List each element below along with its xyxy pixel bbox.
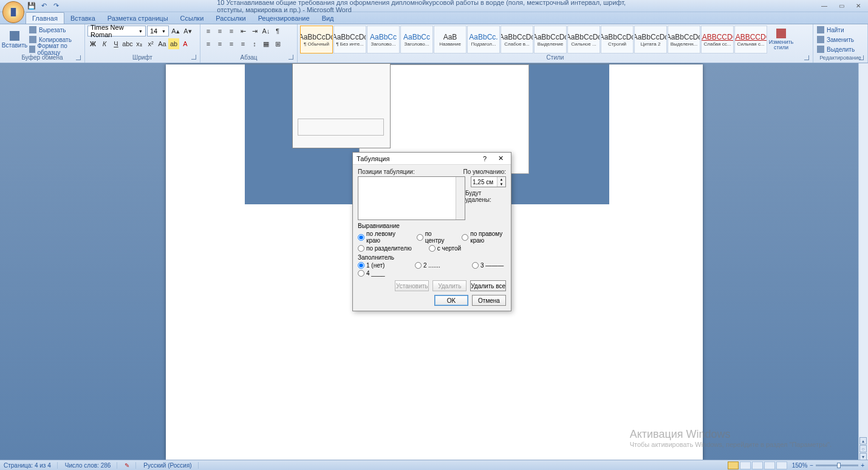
tab-positions-list[interactable] — [358, 176, 465, 220]
page-status[interactable]: Страница: 4 из 4 — [4, 462, 58, 469]
strike-button[interactable]: abc — [122, 38, 133, 49]
find-button[interactable]: Найти — [816, 26, 856, 34]
format-painter-button[interactable]: Формат по образцу — [28, 45, 82, 54]
tab-layout[interactable]: Разметка страницы — [101, 13, 174, 24]
indent-inc-button[interactable]: ⇥ — [249, 26, 260, 36]
office-button[interactable] — [2, 1, 24, 23]
change-styles-button[interactable]: Изменить стили — [769, 26, 793, 54]
paste-button[interactable]: Вставить — [2, 26, 27, 54]
save-icon[interactable]: 💾 — [27, 1, 36, 11]
zoom-in-button[interactable]: + — [861, 462, 864, 469]
indent-dec-button[interactable]: ⇤ — [238, 26, 248, 36]
style-item[interactable]: AaBbCcЗаголово... — [367, 26, 400, 54]
font-color-button[interactable]: A — [180, 38, 191, 49]
leader-dash-radio[interactable]: 3 ——— — [472, 262, 504, 269]
tab-home[interactable]: Главная — [26, 12, 64, 24]
style-item[interactable]: AaBbCcDcВыделенн... — [668, 26, 700, 54]
delete-all-button[interactable]: Удалить все — [470, 280, 506, 291]
grow-font-button[interactable]: A▴ — [170, 26, 181, 36]
align-left-radio[interactable]: по левому краю — [358, 230, 400, 244]
language-status[interactable]: Русский (Россия) — [143, 462, 198, 469]
select-button[interactable]: Выделить — [816, 45, 856, 54]
multilevel-button[interactable]: ≡ — [226, 26, 237, 36]
tab-review[interactable]: Рецензирование — [252, 13, 316, 24]
superscript-button[interactable]: x² — [145, 38, 156, 49]
print-layout-view[interactable] — [728, 461, 739, 469]
draft-view[interactable] — [776, 461, 787, 469]
web-layout-view[interactable] — [752, 461, 763, 469]
show-marks-button[interactable]: ¶ — [272, 26, 283, 36]
numbering-button[interactable]: ≡ — [214, 26, 225, 36]
cancel-button[interactable]: Отмена — [472, 295, 506, 306]
default-tab-input[interactable] — [471, 177, 497, 187]
outline-view[interactable] — [764, 461, 775, 469]
spin-down-button[interactable]: ▼ — [497, 182, 505, 187]
vertical-scrollbar[interactable]: ▴ ○ ▾ — [858, 63, 868, 461]
zoom-value[interactable]: 150% — [792, 462, 808, 469]
align-justify-button[interactable]: ≡ — [238, 38, 248, 49]
prev-page-button[interactable]: ▴ — [859, 437, 867, 444]
align-right-button[interactable]: ≡ — [226, 38, 237, 49]
dialog-help-button[interactable]: ? — [478, 154, 491, 164]
align-center-button[interactable]: ≡ — [214, 38, 225, 49]
change-case-button[interactable]: Aa — [157, 38, 168, 49]
style-item[interactable]: AaBbCcDc¶ Обычный — [300, 26, 333, 54]
leader-dots-radio[interactable]: 2 ....... — [415, 262, 457, 269]
shrink-font-button[interactable]: A▾ — [182, 26, 193, 36]
align-bar-radio[interactable]: с чертой — [429, 245, 462, 252]
word-count[interactable]: Число слов: 286 — [65, 462, 118, 469]
style-item[interactable]: AaBbCc.Подзагол... — [467, 26, 500, 54]
leader-underline-radio[interactable]: 4 ____ — [358, 270, 385, 277]
tab-mailings[interactable]: Рассылки — [210, 13, 251, 24]
maximize-button[interactable]: ▭ — [833, 0, 850, 11]
style-item[interactable]: AaBbCcDcЦитата 2 — [634, 26, 667, 54]
style-gallery[interactable]: AaBbCcDc¶ ОбычныйAaBbCcDc¶ Без инте...Aa… — [300, 26, 768, 54]
bold-button[interactable]: Ж — [87, 38, 98, 49]
default-tab-spinner[interactable]: ▲▼ — [471, 176, 506, 187]
set-tab-button[interactable]: Установить — [395, 280, 429, 291]
underline-button[interactable]: Ч — [111, 38, 121, 49]
ok-button[interactable]: OK — [434, 295, 468, 306]
style-item[interactable]: AaBbCcЗаголово... — [400, 26, 433, 54]
font-size-combo[interactable]: 14▼ — [147, 26, 169, 36]
style-item[interactable]: AABBCCDCСильная с... — [734, 26, 767, 54]
cut-button[interactable]: Вырезать — [28, 26, 82, 34]
style-item[interactable]: AaBbCcDcСильное ... — [567, 26, 600, 54]
borders-button[interactable]: ⊞ — [272, 38, 283, 49]
style-item[interactable]: AaBНазвание — [434, 26, 466, 54]
tab-insert[interactable]: Вставка — [64, 13, 101, 24]
redo-icon[interactable]: ↷ — [51, 1, 61, 11]
subscript-button[interactable]: x₂ — [134, 38, 145, 49]
align-left-button[interactable]: ≡ — [203, 38, 214, 49]
style-item[interactable]: AaBbCcDc¶ Без инте... — [333, 26, 366, 54]
minimize-button[interactable]: — — [816, 0, 833, 11]
spin-up-button[interactable]: ▲ — [497, 177, 505, 182]
style-item[interactable]: AABBCCDCСлабая сс... — [701, 26, 734, 54]
leader-none-radio[interactable]: 1 (нет) — [358, 262, 400, 269]
align-decimal-radio[interactable]: по разделителю — [358, 245, 412, 252]
tab-references[interactable]: Ссылки — [174, 13, 210, 24]
zoom-out-button[interactable]: − — [810, 462, 813, 469]
shading-button[interactable]: ▦ — [261, 38, 272, 49]
style-item[interactable]: AaBbCcDcСтрогий — [601, 26, 634, 54]
align-right-radio[interactable]: по правому краю — [462, 230, 506, 244]
sort-button[interactable]: A↓ — [261, 26, 272, 36]
align-center-radio[interactable]: по центру — [417, 230, 445, 244]
style-item[interactable]: AaBbCcDcСлабое в... — [501, 26, 533, 54]
delete-tab-button[interactable]: Удалить — [432, 280, 466, 291]
italic-button[interactable]: К — [99, 38, 110, 49]
tab-view[interactable]: Вид — [316, 13, 340, 24]
highlight-button[interactable]: ab — [168, 38, 179, 49]
bullets-button[interactable]: ≡ — [203, 26, 214, 36]
replace-button[interactable]: Заменить — [816, 35, 856, 44]
font-name-combo[interactable]: Times New Roman▼ — [87, 26, 146, 36]
line-spacing-button[interactable]: ↕ — [249, 38, 260, 49]
browse-object-button[interactable]: ○ — [859, 445, 867, 452]
close-button[interactable]: ✕ — [850, 0, 867, 11]
proofing-icon[interactable]: ✎ — [125, 462, 136, 469]
dialog-close-button[interactable]: ✕ — [494, 154, 507, 164]
style-item[interactable]: AaBbCcDcВыделение — [534, 26, 567, 54]
zoom-slider[interactable] — [816, 465, 858, 466]
full-screen-view[interactable] — [740, 461, 751, 469]
undo-icon[interactable]: ↶ — [39, 1, 49, 11]
